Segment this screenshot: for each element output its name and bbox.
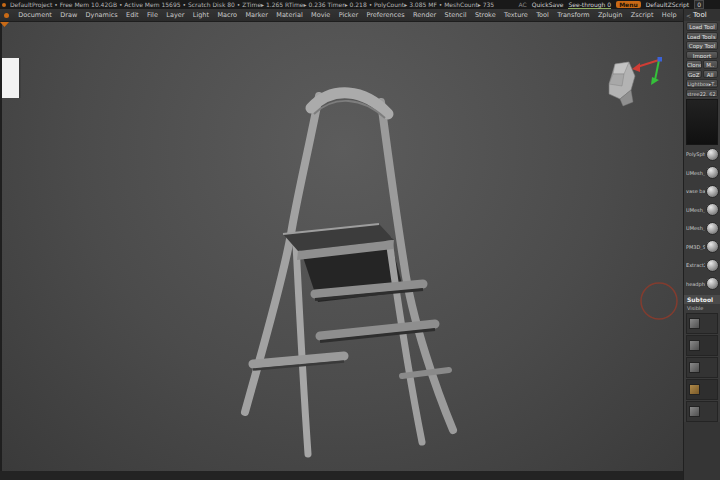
- subtool-row[interactable]: [686, 379, 718, 400]
- quickpick-label: Extract2..: [686, 262, 705, 268]
- goz-all-button[interactable]: All: [703, 70, 719, 79]
- menu-bar: Document Draw Dynamics Edit File Layer L…: [0, 9, 683, 22]
- quickpick-item[interactable]: PM3D_Sphe..: [684, 238, 720, 257]
- subtool-thumb-icon: [689, 362, 700, 373]
- menu-toggle-button[interactable]: Menu: [616, 1, 641, 8]
- quickpick-item[interactable]: PolySphere: [684, 145, 720, 164]
- zscript-value: 0: [694, 0, 704, 9]
- zbrush-logo-icon: [4, 13, 9, 18]
- default-zscript-button[interactable]: DefaultZScript: [646, 1, 689, 8]
- goz-button[interactable]: GoZ: [686, 70, 702, 79]
- umesh-vase-thumb-icon[interactable]: [706, 203, 719, 216]
- polysphere-thumb-icon[interactable]: [706, 148, 719, 161]
- extract-thumb-icon[interactable]: [706, 259, 719, 272]
- make-polymesh-button[interactable]: M..: [703, 60, 719, 69]
- menu-picker[interactable]: Picker: [335, 11, 363, 19]
- see-through-slider[interactable]: See-through 0: [568, 1, 611, 9]
- folder-icon: [689, 384, 700, 395]
- title-bar: DefaultProject • Free Mem 10.42GB • Acti…: [0, 0, 720, 9]
- quickpick-label: vase bagel..: [686, 188, 705, 194]
- menu-tool[interactable]: Tool: [532, 11, 553, 19]
- subtool-row[interactable]: [686, 335, 718, 356]
- quickpick-item[interactable]: Extract2..: [684, 256, 720, 275]
- tool-palette-header[interactable]: < Tool: [684, 9, 720, 21]
- app-icon: [2, 3, 6, 7]
- ac-label: AC: [519, 1, 527, 8]
- menu-transform[interactable]: Transform: [553, 11, 594, 19]
- head-mesh[interactable]: [609, 62, 635, 106]
- quickpick-item[interactable]: UMesh_vase..: [684, 201, 720, 220]
- document-canvas[interactable]: [0, 22, 683, 471]
- axis-gizmo: [632, 57, 662, 85]
- menu-stroke[interactable]: Stroke: [471, 11, 500, 19]
- panel-filler: [684, 422, 720, 480]
- titlebar-right: AC QuickSave See-through 0 Menu DefaultZ…: [519, 0, 718, 9]
- quickpick-item[interactable]: UMesh_Poly..: [684, 164, 720, 183]
- import-button[interactable]: Import: [686, 51, 718, 60]
- menu-zscript[interactable]: Zscript: [627, 11, 658, 19]
- lightbox-button[interactable]: Lightbox▸T..: [686, 79, 718, 88]
- quickpick-item[interactable]: headphone..: [684, 275, 720, 294]
- ladder-model[interactable]: [245, 93, 453, 454]
- menu-movie[interactable]: Movie: [307, 11, 335, 19]
- quickpick-label: PolySphere: [686, 151, 705, 157]
- menu-macro[interactable]: Macro: [213, 11, 241, 19]
- menu-marker[interactable]: Marker: [241, 11, 272, 19]
- menu-texture[interactable]: Texture: [500, 11, 532, 19]
- menu-dynamics[interactable]: Dynamics: [81, 11, 121, 19]
- subtool-row[interactable]: [686, 401, 718, 422]
- subtool-thumb-icon: [689, 406, 700, 417]
- subtool-visible-count: Visible Coun..: [684, 304, 720, 312]
- umesh-thumb-icon[interactable]: [706, 222, 719, 235]
- menu-light[interactable]: Light: [189, 11, 214, 19]
- menu-zplugin[interactable]: Zplugin: [594, 11, 627, 19]
- scene-svg: [2, 22, 685, 471]
- brush-size-circle: [641, 283, 677, 319]
- vase-bagel-thumb-icon[interactable]: [706, 185, 719, 198]
- subtool-thumb-icon: [689, 340, 700, 351]
- active-tool-preview[interactable]: [686, 99, 718, 145]
- zbrush-app: DefaultProject • Free Mem 10.42GB • Acti…: [0, 0, 720, 480]
- quickpick-label: UMesh_v..: [686, 225, 705, 231]
- quickpick-label: UMesh_Poly..: [686, 170, 705, 176]
- menu-layer[interactable]: Layer: [162, 11, 189, 19]
- quickpick-label: headphone..: [686, 281, 705, 287]
- subtool-row[interactable]: [686, 313, 718, 334]
- umesh-poly-thumb-icon[interactable]: [706, 166, 719, 179]
- tool-palette-title: Tool: [693, 11, 707, 19]
- quickpick-item[interactable]: vase bagel..: [684, 182, 720, 201]
- subtool-section-header[interactable]: Subtool: [684, 295, 720, 304]
- quicksave-button[interactable]: QuickSave: [532, 1, 564, 8]
- pm3d-sphere-thumb-icon[interactable]: [706, 240, 719, 253]
- tool-palette: < Tool Load Tool Load Tools F Copy Tool …: [683, 9, 720, 480]
- menu-material[interactable]: Material: [272, 11, 307, 19]
- current-tool-name: stree22. 62..: [686, 89, 718, 98]
- menu-help[interactable]: Help: [658, 11, 681, 19]
- quickpick-label: PM3D_Sphe..: [686, 244, 705, 250]
- page-corner: [2, 58, 21, 98]
- menu-preferences[interactable]: Preferences: [362, 11, 409, 19]
- menu-stencil[interactable]: Stencil: [440, 11, 470, 19]
- menu-draw[interactable]: Draw: [56, 11, 81, 19]
- menu-document[interactable]: Document: [14, 11, 56, 19]
- copy-tool-button[interactable]: Copy Tool: [686, 41, 718, 50]
- subtool-thumb-icon: [689, 318, 700, 329]
- menu-edit[interactable]: Edit: [122, 11, 143, 19]
- menu-file[interactable]: File: [143, 11, 162, 19]
- quickpick-item[interactable]: UMesh_v..: [684, 219, 720, 238]
- headphone-thumb-icon[interactable]: [706, 277, 719, 290]
- bottom-bar: [0, 471, 683, 480]
- load-tools-button[interactable]: Load Tools F: [686, 32, 718, 41]
- chevron-left-icon[interactable]: <: [686, 12, 691, 19]
- menu-render[interactable]: Render: [409, 11, 441, 19]
- subtool-row[interactable]: [686, 357, 718, 378]
- status-readout: DefaultProject • Free Mem 10.42GB • Acti…: [10, 1, 515, 8]
- load-tool-button[interactable]: Load Tool: [686, 22, 718, 31]
- quickpick-label: UMesh_vase..: [686, 207, 705, 213]
- clone-button[interactable]: Clone: [686, 60, 702, 69]
